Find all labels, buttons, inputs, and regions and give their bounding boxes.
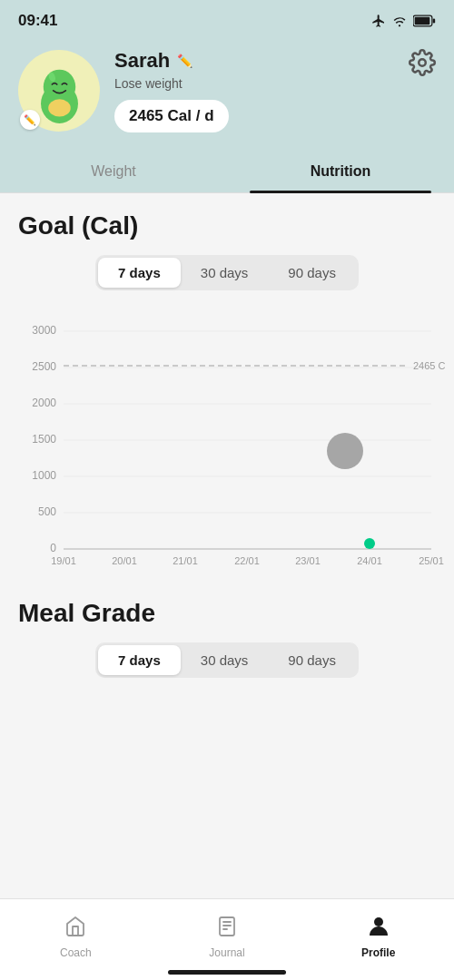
tab-weight[interactable]: Weight [0,151,227,192]
goal-7days-button[interactable]: 7 days [98,258,181,288]
avatar-container: ✏️ [18,50,100,132]
bottom-nav: Coach Journal Profile [0,898,454,980]
svg-text:2465 Cal: 2465 Cal [413,360,445,371]
svg-rect-1 [415,17,430,24]
battery-icon [413,15,436,27]
svg-text:2500: 2500 [32,360,56,373]
goal-section-title: Goal (Cal) [18,211,436,240]
svg-text:24/01: 24/01 [357,555,382,566]
profile-icon [368,916,390,943]
meal-grade-section: Meal Grade 7 days 30 days 90 days [0,581,454,705]
journal-label: Journal [209,946,244,959]
nav-item-journal[interactable]: Journal [152,899,303,965]
meal-90days-button[interactable]: 90 days [268,645,356,675]
svg-rect-2 [433,19,436,24]
svg-text:25/01: 25/01 [419,555,444,566]
coach-icon [64,916,86,943]
svg-point-36 [374,917,383,926]
status-bar: 09:41 [0,0,454,40]
svg-text:23/01: 23/01 [295,555,321,566]
meal-grade-time-range-buttons: 7 days 30 days 90 days [95,642,359,678]
svg-point-7 [419,59,426,66]
svg-text:3000: 3000 [32,324,56,337]
svg-text:1500: 1500 [32,433,56,446]
user-name: Sarah [114,49,170,73]
status-icons [371,14,436,28]
calorie-badge: 2465 Cal / d [114,100,229,132]
edit-name-icon[interactable]: ✏️ [177,54,192,68]
main-content: Goal (Cal) 7 days 30 days 90 days 0 500 … [0,193,454,796]
coach-label: Coach [60,946,92,959]
nav-item-coach[interactable]: Coach [0,899,152,965]
goal-90days-button[interactable]: 90 days [268,258,356,288]
tabs: Weight Nutrition [0,151,454,193]
edit-avatar-button[interactable]: ✏️ [20,110,40,130]
svg-text:2000: 2000 [32,397,56,409]
user-info: Sarah ✏️ Lose weight 2465 Cal / d [114,49,229,132]
svg-point-5 [48,99,71,116]
airplane-icon [371,14,386,28]
svg-text:0: 0 [50,542,56,554]
svg-rect-32 [220,917,234,936]
goal-chart: 0 500 1000 1500 2000 2500 3000 24 [9,318,445,572]
home-indicator [168,970,286,975]
nav-item-profile[interactable]: Profile [302,899,454,965]
svg-text:1000: 1000 [32,469,56,482]
tab-nutrition[interactable]: Nutrition [227,151,454,192]
profile-label: Profile [361,946,395,959]
svg-text:22/01: 22/01 [234,555,260,566]
header: ✏️ Sarah ✏️ Lose weight 2465 Cal / d [0,40,454,151]
goal-time-range-buttons: 7 days 30 days 90 days [95,255,359,290]
chart-bubble [327,433,363,469]
status-time: 09:41 [18,12,57,30]
user-name-row: Sarah ✏️ [114,49,229,73]
chart-container: 0 500 1000 1500 2000 2500 3000 24 [0,318,454,581]
header-left: ✏️ Sarah ✏️ Lose weight 2465 Cal / d [18,49,229,132]
svg-point-4 [43,69,74,103]
user-goal: Lose weight [114,76,229,91]
meal-7days-button[interactable]: 7 days [98,645,181,675]
goal-30days-button[interactable]: 30 days [181,258,269,288]
chart-dot [364,538,375,549]
wifi-icon [391,15,408,27]
journal-icon [216,916,238,943]
chart-wrapper: 0 500 1000 1500 2000 2500 3000 24 [9,318,445,572]
meal-30days-button[interactable]: 30 days [181,645,269,675]
svg-text:21/01: 21/01 [173,555,198,566]
goal-section: Goal (Cal) 7 days 30 days 90 days [0,193,454,318]
meal-grade-title: Meal Grade [18,599,436,628]
svg-text:20/01: 20/01 [112,555,137,566]
svg-text:19/01: 19/01 [51,555,76,566]
svg-text:500: 500 [38,505,56,518]
settings-button[interactable] [409,49,436,83]
